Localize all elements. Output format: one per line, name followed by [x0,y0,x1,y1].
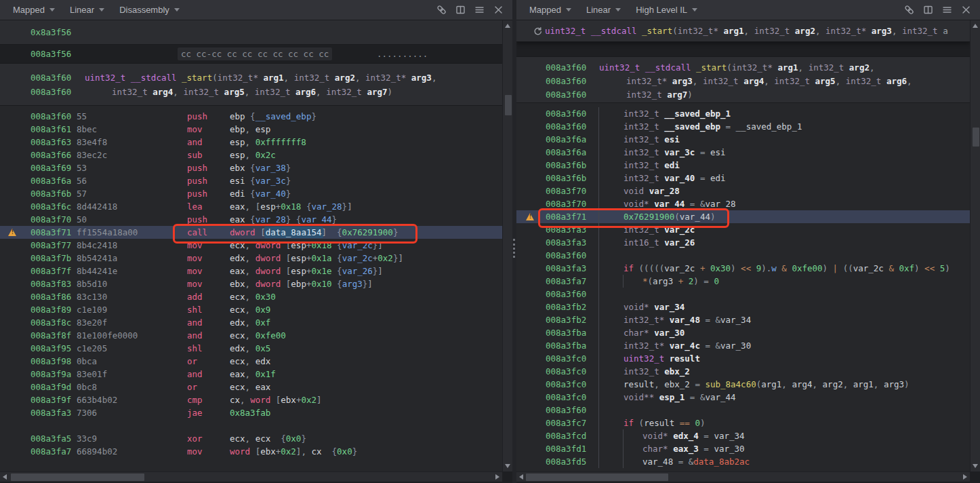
sticky-address-band[interactable]: 0x8a3f56 [0,20,502,45]
menu-linear[interactable]: Linear [62,5,112,15]
hlil-row[interactable]: 008a3fc0int32_t ebx_2 [516,365,970,378]
disasm-row[interactable]: 008a3f7050pusheax {var_28} {var_44} [0,213,502,226]
split-view-icon[interactable] [455,5,466,15]
hlil-row[interactable]: 008a3fa3int16_t var_26 [516,236,970,249]
menu-icon[interactable] [942,5,952,15]
hlil-row[interactable]: 008a3fd1char* eax_3 = var_30 [516,442,970,455]
right-vertical-scrollbar[interactable] [970,20,980,471]
scrollbar-thumb[interactable] [526,474,668,481]
left-horizontal-scrollbar[interactable] [0,471,502,482]
signature-line[interactable]: 008a3f60uint32_t __stdcall _start(int32_… [0,71,502,85]
hlil-row[interactable]: 008a3fcdvoid* edx_4 = var_34 [516,429,970,442]
function-signature-block[interactable]: 008a3f60uint32_t __stdcall _start(int32_… [516,57,970,103]
left-vertical-scrollbar[interactable] [502,20,512,471]
hlil-row[interactable]: 008a3fa3int32_t var_2c [516,223,970,236]
close-icon[interactable] [493,5,504,15]
disasm-row[interactable]: 008a3f9f663b4b02cmpcx, word [ebx+0x2] [0,393,502,406]
disasm-row[interactable]: 008a3f6b57pushedi {var_40} [0,187,502,200]
hlil-row[interactable]: 008a3fbachar* var_30 [516,326,970,339]
hlil-row[interactable]: 008a3f60 [516,249,970,262]
scroll-right-arrow[interactable] [495,474,499,480]
signature-line[interactable]: 008a3f60uint32_t __stdcall _start(int32_… [516,61,970,75]
menu-mapped[interactable]: Mapped [522,5,579,15]
disasm-row[interactable]: 008a3f6383e4f8andesp, 0xfffffff8 [0,136,502,149]
disasm-row[interactable]: 008a3f8683c130addecx, 0x30 [0,290,502,303]
warning-icon [526,213,534,220]
menu-icon[interactable] [474,5,485,15]
scroll-right-arrow[interactable] [963,474,967,480]
function-signature-block[interactable]: 008a3f60uint32_t __stdcall _start(int32_… [0,64,502,106]
disasm-row[interactable]: 008a3f8c83e20fandedx, 0xf [0,316,502,329]
disasm-row[interactable]: 008a3f8f81e100fe0000andecx, 0xfe00 [0,329,502,342]
disasm-row[interactable]: 008a3f6953pushebx {var_38} [0,161,502,174]
hlil-row[interactable]: 008a3f6aint32_t var_3c = esi [516,146,970,159]
signature-line[interactable]: 008a3f60int32_t* arg3, int32_t arg4, int… [516,75,970,88]
scroll-down-arrow[interactable] [973,464,978,468]
disasm-row[interactable]: 008a3f7f8b44241emoveax, dword [esp+0x1e … [0,265,502,277]
hlil-row[interactable]: 008a3fbaint32_t* var_4c = &var_30 [516,339,970,352]
hlil-row[interactable]: 008a3fc7if (result == 0) [516,417,970,429]
scrollbar-thumb[interactable] [505,95,512,115]
disasm-row[interactable]: 008a3f6683ec2csubesp, 0x2c [0,149,502,161]
menu-mapped[interactable]: Mapped [5,5,62,15]
disasm-row[interactable]: 008a3f71ff1554a18a00calldword [data_8aa1… [0,226,502,239]
hlil-row[interactable]: 008a3f60int32_t __saved_ebp_1 [516,107,970,120]
disasm-row[interactable]: 008a3f7b8b54241amovedx, dword [esp+0x1a … [0,252,502,265]
hlil-row[interactable]: 008a3f70void* var_44 = &var_28 [516,197,970,210]
link-icon[interactable] [904,5,914,15]
disasm-row[interactable]: 008a3f89c1e109shlecx, 0x9 [0,303,502,316]
signature-line[interactable]: 008a3f60int32_t arg7) [516,88,970,102]
disasm-row[interactable]: 008a3f9d0bc8orecx, eax [0,381,502,393]
disasm-row[interactable]: 008a3fa533c9xorecx, ecx {0x0} [0,432,502,445]
disasm-row[interactable]: 008a3f980bcaorecx, edx [0,355,502,368]
indent-guide [598,301,599,313]
sticky-function-header[interactable]: uint32_t __stdcall _start(int32_t* arg1,… [516,20,970,42]
menu-high-level-il[interactable]: High Level IL [628,5,705,15]
pane-splitter[interactable] [512,0,516,483]
hlil-row[interactable]: 008a3fb2void* var_34 [516,301,970,313]
scroll-down-arrow[interactable] [505,464,510,468]
hlil-row[interactable]: 008a3f6bint32_t var_40 = edi [516,172,970,185]
disasm-row[interactable]: 008a3f6a56pushesi {var_3c} [0,174,502,187]
scrollbar-thumb[interactable] [973,128,979,147]
hlil-row[interactable]: 008a3f6bint32_t edi [516,159,970,172]
hlil-row[interactable]: 008a3f60 [516,404,970,417]
hlil-row[interactable]: 008a3fc0result, ebx_2 = sub_8a4c60(arg1,… [516,378,970,391]
link-icon[interactable] [436,5,447,15]
hlil-row[interactable]: 008a3f710x76291900(var_44) [516,210,970,223]
hlil-row[interactable]: 008a3fc0uint32_t result [516,352,970,365]
hlil-row[interactable]: 008a3fa7*(arg3 + 2) = 0 [516,275,970,288]
signature-line[interactable]: 008a3f60int32_t arg4, int32_t arg5, int3… [0,85,502,99]
disasm-row[interactable]: 008a3f6c8d442418leaeax, [esp+0x18 {var_2… [0,200,502,213]
menu-linear[interactable]: Linear [579,5,628,15]
scrollbar-thumb[interactable] [11,474,144,481]
hlil-row[interactable]: 008a3f6aint32_t esi [516,133,970,146]
right-horizontal-scrollbar[interactable] [516,471,970,482]
hlil-row[interactable]: 008a3f60int32_t __saved_ebp = __saved_eb… [516,120,970,133]
hlil-row[interactable]: 008a3f70void var_28 [516,185,970,197]
indent-guide [598,313,599,326]
disasm-row[interactable]: 008a3f9a83e01fandeax, 0x1f [0,368,502,381]
disasm-row[interactable]: 008a3fa37306jae0x8a3fab [0,406,502,419]
disasm-row[interactable]: 008a3f618becmovebp, esp [0,123,502,136]
disasm-row[interactable] [0,419,502,432]
split-view-icon[interactable] [923,5,933,15]
close-icon[interactable] [961,5,971,15]
disasm-row[interactable]: 008a3fa766894b02movword [ebx+0x2], cx {0… [0,445,502,458]
disasm-row[interactable]: 008a3f778b4c2418movecx, dword [esp+0x18 … [0,239,502,252]
scroll-left-arrow[interactable] [3,474,7,480]
hlil-row[interactable]: 008a3fb2int32_t* var_48 = &var_34 [516,313,970,326]
refresh-icon[interactable] [533,26,543,37]
hlil-row[interactable]: 008a3f60 [516,288,970,301]
disasm-row[interactable]: 008a3f6055pushebp {__saved_ebp} [0,110,502,123]
hlil-row[interactable]: 008a3fd5var_48 = &data_8ab2ac [516,455,970,468]
hlil-row[interactable]: 008a3fc0void** esp_1 = &var_44 [516,391,970,404]
scroll-up-arrow[interactable] [505,24,510,28]
hlil-row[interactable]: 008a3fa3if (((((var_2c + 0x30) << 9).w &… [516,262,970,275]
disasm-row[interactable]: 008a3f838b5d10movebx, dword [ebp+0x10 {a… [0,277,502,290]
scroll-left-arrow[interactable] [519,474,523,480]
scroll-up-arrow[interactable] [973,24,978,28]
menu-disassembly[interactable]: Disassembly [112,5,187,15]
byte-row[interactable]: 008a3f56 cc cc-cc cc cc cc cc cc cc cc .… [0,45,502,64]
disasm-row[interactable]: 008a3f95c1e205shledx, 0x5 [0,342,502,355]
